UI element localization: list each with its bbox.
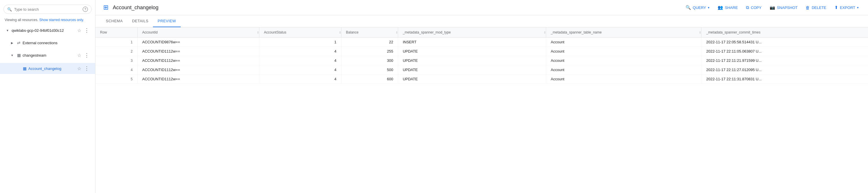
- project-more-icon[interactable]: ⋮: [83, 27, 91, 34]
- external-toggle-icon: [9, 40, 15, 46]
- cell-mod-type: UPDATE: [398, 65, 546, 74]
- snapshot-icon: 📷: [770, 5, 775, 10]
- changelog-table-icon: [22, 66, 27, 71]
- project-toggle-icon: [5, 27, 10, 33]
- col-resize-icon[interactable]: ⇕: [544, 31, 546, 34]
- tabs: SCHEMA DETAILS PREVIEW: [95, 15, 868, 27]
- search-input[interactable]: [14, 7, 81, 11]
- changelog-star-icon[interactable]: ☆: [76, 65, 82, 72]
- tab-details[interactable]: DETAILS: [127, 15, 153, 27]
- col-resize-icon[interactable]: ⇕: [257, 31, 259, 34]
- tree-external-connections[interactable]: External connections: [0, 38, 95, 47]
- cell-accountid: ACCOUNTID1112w==: [137, 56, 259, 65]
- cell-table-name: Account: [546, 38, 702, 47]
- changestream-more-icon[interactable]: ⋮: [83, 52, 91, 59]
- col-mod-type: _metadata_spanner_mod_type ⇕: [398, 27, 546, 38]
- changestream-icon: [16, 53, 21, 58]
- cell-commit-time: 2022-11-17 22:05:58.514431 U...: [702, 38, 868, 47]
- show-starred-link[interactable]: Show starred resources only.: [39, 18, 84, 22]
- snapshot-button[interactable]: 📷 SNAPSHOT: [766, 3, 801, 12]
- cell-row-num: 2: [95, 47, 137, 56]
- cell-mod-type: UPDATE: [398, 47, 546, 56]
- sidebar: ? Viewing all resources. Show starred re…: [0, 0, 95, 193]
- cell-mod-type: INSERT: [398, 38, 546, 47]
- cell-balance: 22: [341, 38, 398, 47]
- project-label: qwiklabs-gcp-02-94bf01d30c12: [11, 28, 75, 33]
- cell-accountstatus: 4: [259, 74, 341, 84]
- cell-commit-time: 2022-11-17 22:11:31.870831 U...: [702, 74, 868, 84]
- help-icon[interactable]: ?: [83, 7, 88, 12]
- col-resize-icon[interactable]: ⇕: [699, 31, 701, 34]
- cell-row-num: 5: [95, 74, 137, 84]
- cell-balance: 300: [341, 56, 398, 65]
- changelog-more-icon[interactable]: ⋮: [83, 65, 91, 72]
- cell-balance: 500: [341, 65, 398, 74]
- col-resize-icon[interactable]: ⇕: [339, 31, 341, 34]
- export-button[interactable]: ⬆ EXPORT ▾: [831, 3, 862, 12]
- cell-mod-type: UPDATE: [398, 56, 546, 65]
- copy-icon: ⧉: [746, 5, 749, 10]
- search-icon: [7, 7, 12, 11]
- main-content: ⊞ Account_changelog 🔍 QUERY ▾ 👥 SHARE ⧉ …: [95, 0, 868, 193]
- project-star-icon[interactable]: ☆: [76, 27, 82, 34]
- cell-table-name: Account: [546, 47, 702, 56]
- cell-accountid: ACCOUNTID1112w==: [137, 47, 259, 56]
- table-row: 5 ACCOUNTID1112w== 4 600 UPDATE Account …: [95, 74, 868, 84]
- cell-row-num: 4: [95, 65, 137, 74]
- page-title: Account_changelog: [113, 5, 158, 11]
- toolbar: ⊞ Account_changelog 🔍 QUERY ▾ 👥 SHARE ⧉ …: [95, 0, 868, 15]
- cell-accountstatus: 4: [259, 56, 341, 65]
- changelog-toggle-placeholder: [15, 66, 21, 71]
- export-icon: ⬆: [834, 5, 838, 10]
- tree-changestream[interactable]: changestream ☆ ⋮: [0, 50, 95, 61]
- cell-accountstatus: 4: [259, 65, 341, 74]
- cell-commit-time: 2022-11-17 22:11:05.063807 U...: [702, 47, 868, 56]
- table-row: 2 ACCOUNTID1112w== 4 255 UPDATE Account …: [95, 47, 868, 56]
- cell-mod-type: UPDATE: [398, 74, 546, 84]
- viewing-text: Viewing all resources. Show starred reso…: [0, 17, 95, 23]
- col-accountstatus: AccountStatus ⇕: [259, 27, 341, 38]
- cell-table-name: Account: [546, 65, 702, 74]
- table-icon: ⊞: [101, 3, 111, 12]
- data-table: Row AccountId ⇕ AccountStatus ⇕ Balance …: [95, 27, 868, 84]
- table-row: 1 ACCOUNTID9876w== 1 22 INSERT Account 2…: [95, 38, 868, 47]
- tree-project[interactable]: qwiklabs-gcp-02-94bf01d30c12 ☆ ⋮: [0, 25, 95, 36]
- cell-balance: 600: [341, 74, 398, 84]
- tree-account-changelog[interactable]: Account_changelog ☆ ⋮: [0, 63, 95, 74]
- changestream-label: changestream: [23, 53, 75, 58]
- cell-accountstatus: 1: [259, 38, 341, 47]
- share-button[interactable]: 👥 SHARE: [714, 3, 741, 12]
- table-header-row: Row AccountId ⇕ AccountStatus ⇕ Balance …: [95, 27, 868, 38]
- cell-accountstatus: 4: [259, 47, 341, 56]
- cell-row-num: 1: [95, 38, 137, 47]
- col-table-name: _metadata_spanner_table_name ⇕: [546, 27, 702, 38]
- col-balance: Balance ⇕: [341, 27, 398, 38]
- share-icon: 👥: [718, 5, 723, 10]
- delete-button[interactable]: 🗑 DELETE: [802, 3, 830, 12]
- query-chevron-icon: ▾: [708, 6, 710, 9]
- query-button[interactable]: 🔍 QUERY ▾: [682, 3, 713, 12]
- col-accountid: AccountId ⇕: [137, 27, 259, 38]
- cell-accountid: ACCOUNTID1112w==: [137, 74, 259, 84]
- cell-accountid: ACCOUNTID9876w==: [137, 38, 259, 47]
- tab-preview[interactable]: PREVIEW: [153, 15, 180, 27]
- cell-table-name: Account: [546, 74, 702, 84]
- external-icon: [16, 40, 21, 45]
- cell-balance: 255: [341, 47, 398, 56]
- col-row: Row: [95, 27, 137, 38]
- query-icon: 🔍: [686, 5, 691, 10]
- copy-button[interactable]: ⧉ COPY: [743, 3, 765, 12]
- col-commit-time: _metadata_spanner_commit_times: [702, 27, 868, 38]
- changestream-star-icon[interactable]: ☆: [76, 52, 82, 59]
- changelog-label: Account_changelog: [28, 66, 75, 71]
- table-row: 4 ACCOUNTID1112w== 4 500 UPDATE Account …: [95, 65, 868, 74]
- changestream-toggle-icon: [9, 52, 15, 58]
- tab-schema[interactable]: SCHEMA: [101, 15, 127, 27]
- table-container: Row AccountId ⇕ AccountStatus ⇕ Balance …: [95, 27, 868, 193]
- export-chevron-icon: ▾: [857, 6, 859, 9]
- cell-accountid: ACCOUNTID1112w==: [137, 65, 259, 74]
- external-connections-label: External connections: [23, 41, 91, 45]
- cell-commit-time: 2022-11-17 22:11:27.012095 U...: [702, 65, 868, 74]
- cell-table-name: Account: [546, 56, 702, 65]
- col-resize-icon[interactable]: ⇕: [396, 31, 398, 34]
